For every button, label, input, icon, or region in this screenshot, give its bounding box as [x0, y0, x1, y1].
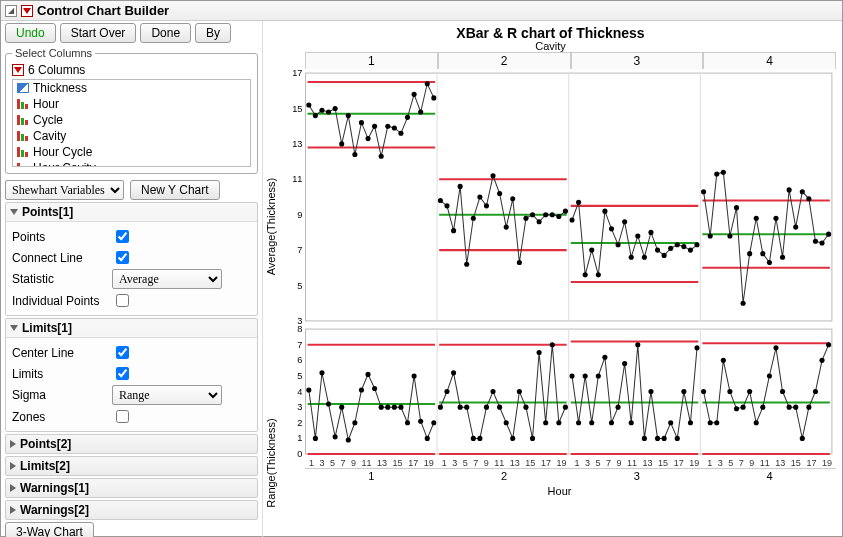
- svg-point-38: [444, 203, 449, 208]
- column-item[interactable]: Hour Cycle: [13, 144, 250, 160]
- nominal-icon: [17, 163, 29, 167]
- svg-point-42: [471, 216, 476, 221]
- svg-point-204: [793, 405, 798, 410]
- done-button[interactable]: Done: [140, 23, 191, 43]
- svg-point-21: [352, 152, 357, 157]
- svg-point-99: [793, 225, 798, 230]
- limits-checkbox[interactable]: [116, 367, 129, 380]
- sigma-combo[interactable]: Range: [112, 385, 222, 405]
- column-item[interactable]: Cycle: [13, 112, 250, 128]
- nominal-icon: [17, 147, 29, 157]
- panel-warnings1: Warnings[1]: [5, 478, 258, 498]
- svg-point-151: [497, 405, 502, 410]
- connectline-checkbox[interactable]: [116, 251, 129, 264]
- startover-button[interactable]: Start Over: [60, 23, 137, 43]
- svg-point-61: [569, 217, 574, 222]
- columns-list[interactable]: ThicknessHourCycleCavityHour CycleHour C…: [12, 79, 251, 167]
- svg-point-97: [780, 255, 785, 260]
- svg-point-104: [826, 232, 831, 237]
- svg-point-193: [721, 358, 726, 363]
- svg-point-32: [425, 81, 430, 86]
- panel-warnings2-header[interactable]: Warnings[2]: [6, 501, 257, 519]
- svg-point-182: [675, 436, 680, 441]
- panel-limits1-header[interactable]: Limits[1]: [6, 319, 257, 337]
- svg-point-192: [714, 420, 719, 425]
- disclosure-icon[interactable]: ◢: [5, 5, 17, 17]
- new-y-chart-button[interactable]: New Y Chart: [130, 180, 220, 200]
- svg-text:13: 13: [292, 139, 302, 149]
- svg-point-44: [484, 203, 489, 208]
- svg-point-17: [326, 109, 331, 114]
- svg-point-157: [537, 350, 542, 355]
- svg-point-72: [642, 255, 647, 260]
- svg-point-77: [675, 242, 680, 247]
- svg-text:8: 8: [297, 325, 302, 334]
- svg-point-19: [339, 141, 344, 146]
- centerline-checkbox[interactable]: [116, 346, 129, 359]
- svg-point-128: [365, 372, 370, 377]
- statistic-combo[interactable]: Average: [112, 269, 222, 289]
- chart-type-combo[interactable]: Shewhart Variables: [5, 180, 124, 200]
- svg-point-203: [787, 405, 792, 410]
- disclosure-right-icon: [10, 506, 16, 514]
- xbar-chart[interactable]: 357911131517: [283, 69, 836, 325]
- svg-point-28: [398, 131, 403, 136]
- svg-point-184: [688, 420, 693, 425]
- svg-point-153: [510, 436, 515, 441]
- svg-point-177: [642, 436, 647, 441]
- svg-text:0: 0: [297, 449, 302, 458]
- sidebar: Undo Start Over Done By Select Columns 6…: [1, 21, 263, 537]
- svg-point-43: [477, 194, 482, 199]
- svg-point-93: [754, 216, 759, 221]
- svg-text:7: 7: [297, 245, 302, 255]
- svg-point-95: [767, 260, 772, 265]
- svg-point-120: [313, 436, 318, 441]
- svg-point-145: [458, 405, 463, 410]
- panel-points1-header[interactable]: Points[1]: [6, 203, 257, 221]
- svg-point-144: [451, 370, 456, 375]
- svg-point-26: [385, 124, 390, 129]
- panel-warnings1-header[interactable]: Warnings[1]: [6, 479, 257, 497]
- columns-menu-icon[interactable]: [12, 64, 24, 76]
- svg-text:15: 15: [292, 104, 302, 114]
- svg-point-149: [484, 405, 489, 410]
- svg-point-191: [708, 420, 713, 425]
- window-title: Control Chart Builder: [37, 3, 169, 18]
- svg-point-88: [721, 170, 726, 175]
- svg-point-62: [576, 200, 581, 205]
- column-item[interactable]: Thickness: [13, 80, 250, 96]
- svg-point-197: [747, 389, 752, 394]
- menu-icon[interactable]: [21, 5, 33, 17]
- svg-point-85: [701, 189, 706, 194]
- svg-point-173: [616, 405, 621, 410]
- three-way-chart-button[interactable]: 3-Way Chart: [5, 522, 94, 537]
- svg-point-121: [319, 370, 324, 375]
- svg-point-75: [662, 253, 667, 258]
- column-item[interactable]: Hour: [13, 96, 250, 112]
- range-chart[interactable]: 012345678: [283, 325, 836, 458]
- svg-point-160: [556, 420, 561, 425]
- individualpoints-checkbox[interactable]: [116, 294, 129, 307]
- svg-point-92: [747, 251, 752, 256]
- undo-button[interactable]: Undo: [5, 23, 56, 43]
- zones-checkbox[interactable]: [116, 410, 129, 423]
- column-item[interactable]: Cavity: [13, 128, 250, 144]
- select-columns-group: Select Columns 6 Columns ThicknessHourCy…: [5, 47, 258, 174]
- svg-point-48: [510, 196, 515, 201]
- svg-point-207: [813, 389, 818, 394]
- svg-point-156: [530, 436, 535, 441]
- svg-point-209: [826, 342, 831, 347]
- svg-point-201: [773, 345, 778, 350]
- column-item[interactable]: Hour Cavity: [13, 160, 250, 167]
- svg-point-137: [425, 436, 430, 441]
- points-checkbox[interactable]: [116, 230, 129, 243]
- panel-points2-header[interactable]: Points[2]: [6, 435, 257, 453]
- svg-point-51: [530, 212, 535, 217]
- panel-points2: Points[2]: [5, 434, 258, 454]
- svg-point-130: [379, 405, 384, 410]
- panel-limits2-header[interactable]: Limits[2]: [6, 457, 257, 475]
- svg-point-150: [490, 389, 495, 394]
- svg-point-180: [662, 436, 667, 441]
- by-button[interactable]: By: [195, 23, 231, 43]
- select-columns-label: Select Columns: [12, 47, 95, 59]
